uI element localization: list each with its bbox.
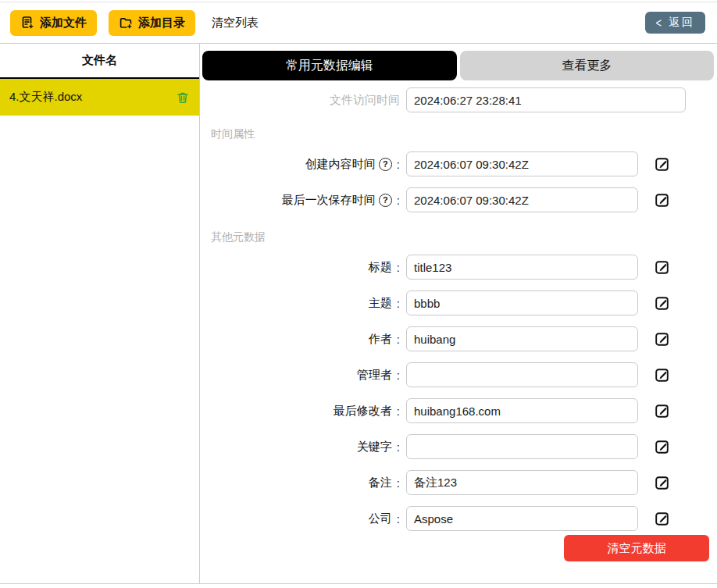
- delete-file-button[interactable]: [176, 91, 190, 105]
- edit-icon-button[interactable]: [655, 156, 670, 172]
- app-window: 添加文件 添加目录 清空列表 < 返回 文件名 4.文天祥.docx: [0, 2, 717, 584]
- form-row-subject: 主题 :: [202, 290, 714, 315]
- creation-time-input[interactable]: [406, 151, 638, 176]
- last-saved-time-input[interactable]: [406, 187, 638, 212]
- label-colon: :: [397, 404, 400, 418]
- edit-icon-button[interactable]: [655, 192, 670, 208]
- toolbar: 添加文件 添加目录 清空列表 < 返回: [0, 2, 717, 44]
- edit-icon-button[interactable]: [655, 511, 670, 526]
- clear-list-link[interactable]: 清空列表: [212, 16, 259, 30]
- creation-time-label: 创建内容时间: [305, 157, 376, 172]
- access-time-label: 文件访问时间: [330, 93, 400, 108]
- label-colon: :: [397, 369, 400, 382]
- file-list-item-selected[interactable]: 4.文天祥.docx: [0, 79, 199, 116]
- author-input[interactable]: [406, 326, 638, 351]
- label-colon: :: [397, 194, 400, 207]
- label-colon: :: [397, 512, 400, 526]
- title-input[interactable]: [406, 255, 638, 280]
- add-file-label: 添加文件: [40, 16, 87, 30]
- form-row-keywords: 关键字 :: [202, 434, 714, 459]
- tab-common-metadata-edit[interactable]: 常用元数据编辑: [202, 51, 457, 80]
- file-list-header: 文件名: [0, 44, 199, 79]
- file-list-panel: 文件名 4.文天祥.docx: [0, 44, 200, 583]
- back-button[interactable]: < 返回: [645, 12, 705, 34]
- edit-icon-button[interactable]: [655, 259, 670, 275]
- edit-icon-button[interactable]: [655, 475, 670, 490]
- last-modified-by-label: 最后修改者: [334, 404, 392, 419]
- edit-icon-button[interactable]: [655, 403, 670, 419]
- title-label: 标题: [369, 260, 392, 275]
- label-colon: :: [397, 333, 400, 346]
- subject-input[interactable]: [406, 290, 638, 315]
- label-colon: :: [397, 297, 400, 310]
- form-row-last-modified-by: 最后修改者 :: [202, 398, 714, 423]
- metadata-editor-panel: 常用元数据编辑 查看更多 文件访问时间 时间属性 创建内容时间 ?: [200, 44, 717, 583]
- subject-label: 主题: [369, 296, 392, 311]
- file-name: 4.文天祥.docx: [9, 90, 82, 105]
- chevron-left-icon: <: [655, 16, 662, 30]
- label-colon: :: [397, 158, 400, 171]
- help-icon[interactable]: ?: [379, 158, 392, 171]
- metadata-form: 文件访问时间 时间属性 创建内容时间 ? :: [202, 87, 714, 583]
- folder-plus-icon: [119, 16, 133, 30]
- form-row-author: 作者 :: [202, 326, 714, 351]
- comments-input[interactable]: [406, 470, 638, 495]
- tab-bar: 常用元数据编辑 查看更多: [202, 51, 714, 80]
- access-time-input[interactable]: [406, 87, 686, 112]
- add-file-button[interactable]: 添加文件: [10, 10, 97, 36]
- form-row-company: 公司 :: [202, 506, 714, 531]
- trash-icon: [176, 91, 190, 105]
- label-colon: :: [397, 476, 400, 490]
- last-modified-by-input[interactable]: [406, 398, 638, 423]
- help-icon[interactable]: ?: [379, 194, 392, 207]
- form-row-manager: 管理者 :: [202, 362, 714, 387]
- form-row-access-time: 文件访问时间: [202, 87, 714, 112]
- company-input[interactable]: [406, 506, 638, 531]
- section-heading-time: 时间属性: [211, 127, 714, 141]
- edit-icon-button[interactable]: [655, 367, 670, 383]
- last-saved-time-label: 最后一次保存时间: [282, 193, 376, 208]
- form-row-comments: 备注 :: [202, 470, 714, 495]
- label-colon: :: [397, 440, 400, 454]
- comments-label: 备注: [369, 476, 392, 490]
- form-row-title: 标题 :: [202, 255, 714, 280]
- file-plus-icon: [20, 16, 34, 30]
- edit-icon-button[interactable]: [655, 331, 670, 347]
- clear-metadata-button[interactable]: 清空元数据: [564, 535, 709, 561]
- manager-input[interactable]: [406, 362, 638, 387]
- content-split: 文件名 4.文天祥.docx 常用元数据: [0, 44, 717, 583]
- edit-icon-button[interactable]: [655, 295, 670, 311]
- danger-button-row: 清空元数据: [202, 535, 714, 561]
- form-row-creation-time: 创建内容时间 ? :: [202, 151, 714, 176]
- keywords-input[interactable]: [406, 434, 638, 459]
- add-directory-button[interactable]: 添加目录: [109, 10, 195, 36]
- keywords-label: 关键字: [357, 440, 392, 454]
- add-directory-label: 添加目录: [138, 16, 185, 30]
- author-label: 作者: [369, 332, 392, 347]
- manager-label: 管理者: [357, 368, 392, 383]
- section-heading-other: 其他元数据: [211, 230, 714, 244]
- back-label: 返回: [669, 16, 695, 30]
- tab-view-more[interactable]: 查看更多: [460, 51, 715, 80]
- label-colon: :: [397, 261, 400, 274]
- edit-icon-button[interactable]: [655, 439, 670, 454]
- company-label: 公司: [369, 511, 392, 526]
- form-row-last-saved-time: 最后一次保存时间 ? :: [202, 187, 714, 212]
